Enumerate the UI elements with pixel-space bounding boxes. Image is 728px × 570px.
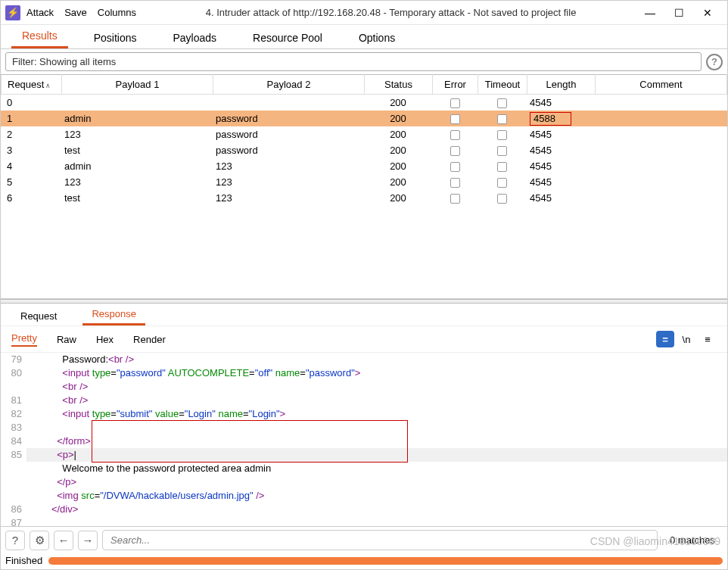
help-button[interactable]: ? [5,531,25,550]
checkbox-icon [450,130,460,140]
col-payload-1[interactable]: Payload 1 [62,75,213,95]
table-row[interactable]: 51231232004545 [1,174,727,190]
menu-attack[interactable]: Attack [26,7,54,18]
match-count: 0 matches [662,534,723,546]
col-status[interactable]: Status [365,75,433,95]
minimize-button[interactable]: — [642,7,658,19]
code-line: Welcome to the password protected area a… [1,462,727,475]
checkbox-icon [497,178,507,188]
checkbox-icon [497,130,507,140]
view-tabs: PrettyRawHexRender=\n≡ [1,326,727,353]
checkbox-icon [450,178,460,188]
maximize-button[interactable]: ☐ [671,7,686,19]
detail-tab-response[interactable]: Response [82,304,145,325]
view-tab-raw[interactable]: Raw [57,334,76,345]
newline-icon[interactable]: \n [677,331,695,347]
code-line: 83 [1,421,727,435]
response-view[interactable]: 79 Password:<br />80 <input type="passwo… [1,353,727,526]
table-row[interactable]: 02004545 [1,95,727,111]
table-row[interactable]: 4admin1232004545 [1,158,727,174]
code-line: </p> [1,475,727,489]
code-line: 87 [1,516,727,526]
table-row[interactable]: 2123password2004545 [1,126,727,142]
checkbox-icon [450,162,460,172]
checkbox-icon [497,162,507,172]
titlebar: ⚡ Attack Save Columns 4. Intruder attack… [1,1,727,25]
window-title: 4. Intruder attack of http://192.168.20.… [147,7,635,18]
col-length[interactable]: Length [527,75,596,95]
col-request[interactable]: Request∧ [2,75,62,95]
search-input[interactable] [102,530,658,550]
status-bar: Finished [1,553,727,569]
table-row[interactable]: 6test1232004545 [1,190,727,206]
code-line: <img src="/DVWA/hackable/users/admin.jpg… [1,489,727,503]
checkbox-icon [497,194,507,204]
results-table: Request∧Payload 1Payload 2StatusErrorTim… [1,74,727,95]
tab-positions[interactable]: Positions [83,27,148,48]
code-line: 86 </div> [1,503,727,516]
col-payload-2[interactable]: Payload 2 [213,75,365,95]
col-error[interactable]: Error [433,75,478,95]
checkbox-icon [450,98,460,108]
tab-results[interactable]: Results [11,25,68,48]
detail-tab-request[interactable]: Request [11,307,66,325]
prev-button[interactable]: ← [54,531,73,550]
col-timeout[interactable]: Timeout [478,75,527,95]
main-tabs: ResultsPositionsPayloadsResource PoolOpt… [1,25,727,49]
checkbox-icon [450,194,460,204]
equals-icon[interactable]: = [656,331,674,347]
code-line: 84 </form> [1,435,727,448]
table-row[interactable]: 1adminpassword2004588 [1,111,727,126]
app-icon: ⚡ [5,5,20,20]
menu-columns[interactable]: Columns [98,7,136,18]
checkbox-icon [497,146,507,156]
menu-save[interactable]: Save [64,7,87,18]
table-row[interactable]: 3testpassword2004545 [1,142,727,158]
code-line: 82 <input type="submit" value="Login" na… [1,407,727,421]
detail-tabs: RequestResponse [1,304,727,326]
code-line: 79 Password:<br /> [1,353,727,366]
next-button[interactable]: → [78,531,98,550]
code-line: 81 <br /> [1,394,727,407]
checkbox-icon [450,114,460,124]
progress-bar [48,557,723,565]
hamburger-icon[interactable]: ≡ [698,331,717,347]
tab-resource-pool[interactable]: Resource Pool [242,27,333,48]
col-comment[interactable]: Comment [596,75,727,95]
view-tab-hex[interactable]: Hex [96,334,114,345]
settings-button[interactable]: ⚙ [30,531,49,550]
view-tab-pretty[interactable]: Pretty [11,332,37,347]
status-text: Finished [5,555,42,566]
bottom-toolbar: ? ⚙ ← → 0 matches [1,526,727,553]
checkbox-icon [497,98,507,108]
code-line: 80 <input type="password" AUTOCOMPLETE="… [1,366,727,380]
checkbox-icon [450,146,460,156]
checkbox-icon [497,114,507,124]
help-icon[interactable]: ? [706,54,723,70]
view-tab-render[interactable]: Render [133,334,166,345]
close-button[interactable]: ✕ [700,7,715,19]
filter-input[interactable]: Filter: Showing all items [5,52,702,71]
tab-payloads[interactable]: Payloads [163,27,228,48]
code-line: <br /> [1,380,727,394]
tab-options[interactable]: Options [348,27,406,48]
code-line: 85 <p>| [1,448,727,462]
